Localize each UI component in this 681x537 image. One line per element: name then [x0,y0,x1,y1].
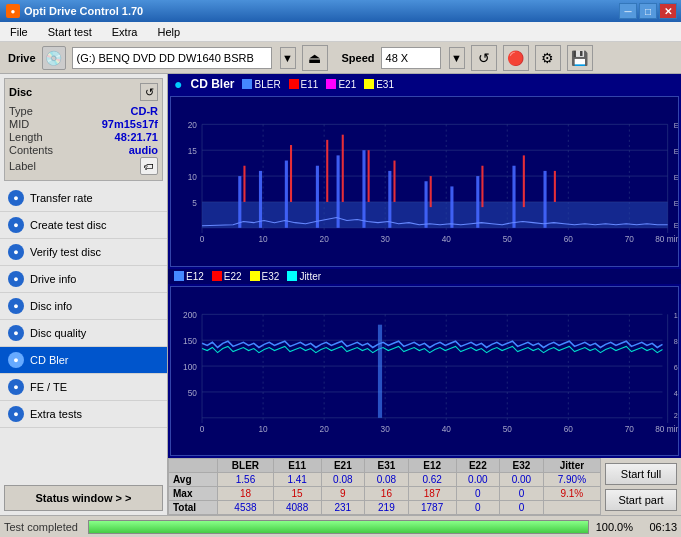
row-label-max: Max [169,487,218,501]
row-label-total: Total [169,501,218,515]
svg-rect-87 [378,324,382,417]
nav-icon-cd-bler: ● [8,352,24,368]
status-window-button[interactable]: Status window > > [4,485,163,511]
max-bler: 18 [218,487,273,501]
svg-text:E16 X: E16 X [674,221,678,230]
row-label-avg: Avg [169,473,218,487]
stats-and-buttons-area: BLER E11 E21 E31 E12 E22 E32 Jitter [168,458,681,515]
max-e12: 187 [408,487,456,501]
svg-rect-40 [425,181,428,228]
legend-e11: E11 [289,79,319,90]
nav-icon-disc-quality: ● [8,325,24,341]
refresh-button[interactable]: ↺ [471,45,497,71]
start-full-button[interactable]: Start full [605,463,677,485]
total-e22: 0 [456,501,500,515]
avg-e12: 0.62 [408,473,456,487]
left-panel: Disc ↺ Type CD-R MID 97m15s17f Length 48… [0,74,168,515]
progress-bar-container [88,520,589,534]
nav-disc-info[interactable]: ● Disc info [0,293,167,320]
nav-create-test-disc[interactable]: ● Create test disc [0,212,167,239]
svg-text:0: 0 [200,425,205,434]
svg-rect-44 [543,171,546,228]
svg-text:50: 50 [503,425,513,434]
disc-refresh-button[interactable]: ↺ [140,83,158,101]
disc-mid-value: 97m15s17f [102,118,158,130]
disc-label-icon[interactable]: 🏷 [140,157,158,175]
drive-label: Drive [8,52,36,64]
col-header-e32: E32 [500,459,544,473]
svg-text:20: 20 [320,235,330,244]
svg-text:40: 40 [442,235,452,244]
svg-text:150: 150 [183,337,197,346]
drive-combo-arrow[interactable]: ▼ [280,47,296,69]
legend-e12: E12 [174,271,204,282]
svg-rect-39 [388,171,391,228]
speed-label: Speed [342,52,375,64]
menu-help[interactable]: Help [153,24,184,40]
disc-contents-label: Contents [9,144,53,156]
minimize-button[interactable]: ─ [619,3,637,19]
nav-disc-quality[interactable]: ● Disc quality [0,320,167,347]
svg-rect-50 [393,161,395,202]
save-button[interactable]: 💾 [567,45,593,71]
app-icon: ● [6,4,20,18]
eject-button[interactable]: ⏏ [302,45,328,71]
nav-verify-test-disc[interactable]: ● Verify test disc [0,239,167,266]
speed-combo-arrow[interactable]: ▼ [449,47,465,69]
col-header-e31: E31 [365,459,409,473]
nav-icon-extra-tests: ● [8,406,24,422]
disc-length-label: Length [9,131,43,143]
start-part-button[interactable]: Start part [605,489,677,511]
svg-text:60: 60 [564,235,574,244]
elapsed-time: 06:13 [637,521,677,533]
disc-info-box: Disc ↺ Type CD-R MID 97m15s17f Length 48… [4,78,163,181]
svg-text:50: 50 [188,389,198,398]
nav-drive-info[interactable]: ● Drive info [0,266,167,293]
menu-start-test[interactable]: Start test [44,24,96,40]
burn-button[interactable]: 🔴 [503,45,529,71]
speed-combo[interactable]: 48 X [381,47,441,69]
col-header-e21: E21 [321,459,365,473]
menu-extra[interactable]: Extra [108,24,142,40]
drive-combo[interactable]: (G:) BENQ DVD DD DW1640 BSRB [72,47,272,69]
settings-button[interactable]: ⚙ [535,45,561,71]
svg-text:70: 70 [625,235,635,244]
menu-file[interactable]: File [6,24,32,40]
nav-extra-tests[interactable]: ● Extra tests [0,401,167,428]
svg-text:2%: 2% [674,410,678,419]
svg-text:80 min: 80 min [655,425,678,434]
svg-text:100: 100 [183,363,197,372]
svg-text:10: 10 [258,235,268,244]
disc-type-label: Type [9,105,33,117]
svg-rect-53 [523,155,525,207]
progress-percent: 100.0% [593,521,633,533]
maximize-button[interactable]: □ [639,3,657,19]
svg-rect-42 [476,176,479,228]
total-e12: 1787 [408,501,456,515]
action-buttons: Start full Start part [601,458,681,515]
nav-cd-bler[interactable]: ● CD Bler [0,347,167,374]
col-header-e12: E12 [408,459,456,473]
menu-bar: File Start test Extra Help [0,22,681,42]
window-body: Drive 💿 (G:) BENQ DVD DD DW1640 BSRB ▼ ⏏… [0,42,681,537]
nav-icon-transfer-rate: ● [8,190,24,206]
drive-icon: 💿 [42,46,66,70]
nav-transfer-rate[interactable]: ● Transfer rate [0,185,167,212]
svg-rect-33 [238,176,241,228]
svg-rect-47 [326,140,328,202]
avg-e11: 1.41 [273,473,321,487]
legend-e32: E32 [250,271,280,282]
svg-text:50: 50 [503,235,513,244]
total-e21: 231 [321,501,365,515]
close-button[interactable]: ✕ [659,3,677,19]
legend-e31: E31 [364,79,394,90]
top-chart: 20 15 10 5 0 10 20 30 40 50 60 70 80 min… [170,96,679,267]
status-bar: Test completed 100.0% 06:13 [0,515,681,537]
avg-e21: 0.08 [321,473,365,487]
col-header-e22: E22 [456,459,500,473]
svg-text:5: 5 [192,199,197,208]
progress-bar-fill [89,521,588,533]
svg-text:20: 20 [188,121,198,130]
nav-fe-te[interactable]: ● FE / TE [0,374,167,401]
drive-bar: Drive 💿 (G:) BENQ DVD DD DW1640 BSRB ▼ ⏏… [0,42,681,74]
